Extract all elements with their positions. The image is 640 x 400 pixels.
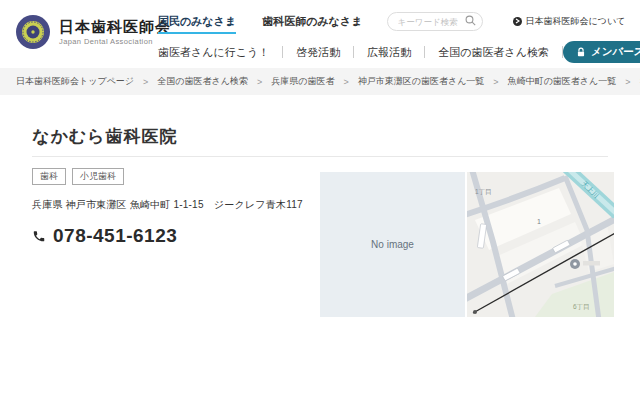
- breadcrumb-prefecture[interactable]: 兵庫県の歯医者: [271, 75, 334, 88]
- breadcrumb: 日本歯科医師会トップページ > 全国の歯医者さん検索 > 兵庫県の歯医者 > 神…: [0, 68, 640, 95]
- clinic-phone: 078-451-6123: [32, 225, 307, 247]
- clinic-map[interactable]: 1丁目 1 6丁目 天上川: [467, 172, 614, 317]
- about-link-label: 日本歯科医師会について: [526, 15, 626, 28]
- nav-dentist-search[interactable]: 全国の歯医者さん検索: [425, 46, 563, 58]
- map-canvas: 1丁目 1 6丁目 天上川: [467, 172, 614, 317]
- circle-arrow-icon: [513, 17, 522, 26]
- members-room-button[interactable]: メンバーズルーム: [563, 41, 640, 63]
- breadcrumb-town[interactable]: 魚崎中町の歯医者さん一覧: [508, 75, 617, 88]
- breadcrumb-ward[interactable]: 神戸市東灘区の歯医者さん一覧: [358, 75, 485, 88]
- nav-public-relations[interactable]: 広報活動: [354, 46, 425, 58]
- breadcrumb-separator: >: [143, 77, 148, 87]
- search-icon[interactable]: [465, 15, 476, 26]
- header-top-row: 国民のみなさま 歯科医師のみなさま 日本歯科医師会について: [158, 9, 624, 33]
- members-room-label: メンバーズルーム: [591, 45, 640, 59]
- breadcrumb-separator: >: [493, 77, 498, 87]
- tab-citizens[interactable]: 国民のみなさま: [158, 14, 236, 29]
- clinic-tags: 歯科 小児歯科: [32, 168, 307, 185]
- map-label-district-top: 1丁目: [475, 188, 492, 195]
- no-image-label: No image: [371, 239, 414, 250]
- logo-title: 日本歯科医師会: [59, 18, 171, 36]
- header-nav-row: 歯医者さんに行こう！ 啓発活動 広報活動 全国の歯医者さん検索 メンバーズルーム: [158, 39, 624, 65]
- search-box: [387, 11, 483, 32]
- breadcrumb-home[interactable]: 日本歯科医師会トップページ: [16, 75, 134, 88]
- logo-subtitle: Japan Dental Association: [59, 37, 171, 46]
- breadcrumb-separator: >: [343, 77, 348, 87]
- clinic-address: 兵庫県 神戸市東灘区 魚崎中町 1-1-15 ジークレフ青木117: [32, 198, 307, 212]
- tab-dentists[interactable]: 歯科医師のみなさま: [262, 14, 362, 29]
- site-header: 日本歯科医師会 Japan Dental Association 国民のみなさま…: [0, 0, 640, 68]
- jda-emblem-icon: [14, 13, 52, 51]
- tag-pediatric-dentistry: 小児歯科: [72, 168, 124, 185]
- nav-awareness[interactable]: 啓発活動: [283, 46, 354, 58]
- title-divider: [32, 156, 608, 157]
- nav-go-to-dentist[interactable]: 歯医者さんに行こう！: [158, 46, 283, 58]
- phone-number[interactable]: 078-451-6123: [53, 225, 177, 247]
- tag-dentistry: 歯科: [32, 168, 66, 185]
- about-link[interactable]: 日本歯科医師会について: [513, 15, 626, 28]
- breadcrumb-separator: >: [257, 77, 262, 87]
- clinic-info: 歯科 小児歯科 兵庫県 神戸市東灘区 魚崎中町 1-1-15 ジークレフ青木11…: [32, 168, 307, 247]
- clinic-photo-placeholder: No image: [320, 172, 465, 317]
- lock-icon: [576, 47, 586, 58]
- map-label-block: 1: [537, 218, 541, 225]
- phone-icon: [32, 229, 46, 243]
- breadcrumb-separator: >: [625, 77, 630, 87]
- page: 日本歯科医師会 Japan Dental Association 国民のみなさま…: [0, 0, 640, 400]
- logo[interactable]: 日本歯科医師会 Japan Dental Association: [14, 13, 171, 51]
- map-label-district-bottom: 6丁目: [573, 303, 590, 310]
- page-title: なかむら歯科医院: [32, 125, 178, 148]
- breadcrumb-search[interactable]: 全国の歯医者さん検索: [157, 75, 248, 88]
